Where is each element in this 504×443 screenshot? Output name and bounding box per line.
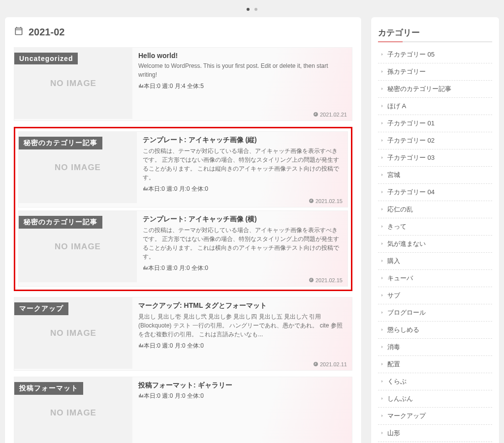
category-badge[interactable]: マークアップ (14, 302, 68, 315)
category-item[interactable]: 気が進まない (378, 236, 492, 253)
category-label: 懲らしめる (387, 326, 419, 333)
category-item[interactable]: ほげ A (378, 98, 492, 115)
post-date-text: 2021.02.11 (320, 361, 347, 367)
post-thumbnail: NO IMAGEUncategorized (14, 48, 132, 119)
category-item[interactable]: 応仁の乱 (378, 201, 492, 218)
category-item[interactable]: サブ (378, 287, 492, 304)
category-item[interactable]: ブログロール (378, 304, 492, 322)
clock-icon (309, 198, 315, 204)
post-title[interactable]: テンプレート: アイキャッチ画像 (横) (143, 215, 342, 224)
dot[interactable] (254, 8, 257, 11)
chart-bar-icon (143, 265, 148, 271)
category-label: 山形 (387, 429, 400, 437)
category-label: 孫カテゴリー (387, 68, 426, 75)
chevron-right-icon (380, 241, 384, 247)
post-date-text: 2021.02.21 (320, 112, 347, 118)
category-item[interactable]: くらぶ (378, 373, 492, 390)
category-label: 子カテゴリー 04 (387, 188, 435, 196)
category-label: キューバ (387, 274, 413, 282)
category-item[interactable]: 消毒 (378, 339, 492, 356)
category-badge[interactable]: 投稿フォーマット (14, 382, 83, 395)
post-title[interactable]: マークアップ: HTML タグとフォーマット (138, 301, 346, 310)
category-label: サブ (387, 292, 400, 299)
chevron-right-icon (380, 293, 384, 298)
post-stats-text: 本日:0 週:0 月:0 全体:0 (148, 265, 208, 271)
post-title[interactable]: 投稿フォーマット: ギャラリー (138, 381, 346, 390)
category-item[interactable]: キューバ (378, 270, 492, 287)
category-label: ブログロール (387, 309, 426, 316)
category-label: 配置 (387, 360, 400, 368)
post-card[interactable]: NO IMAGEUncategorizedHello world!Welcome… (14, 47, 352, 121)
chevron-right-icon (380, 52, 384, 58)
chevron-right-icon (380, 189, 384, 195)
sidebar-title: カテゴリー (378, 27, 492, 42)
category-item[interactable]: 秘密のカテゴリー記事 (378, 81, 492, 98)
chevron-right-icon (380, 413, 384, 419)
post-date: 2021.02.11 (313, 361, 347, 367)
chevron-right-icon (380, 344, 384, 350)
chart-bar-icon (143, 185, 148, 192)
post-card[interactable]: NO IMAGE秘密のカテゴリー記事テンプレート: アイキャッチ画像 (縦)この… (18, 131, 348, 207)
post-stats-text: 本日:0 週:0 月:0 全体:0 (144, 342, 204, 349)
category-badge[interactable]: Uncategorized (14, 53, 78, 64)
category-item[interactable]: 懲らしめる (378, 322, 492, 339)
highlighted-posts: NO IMAGE秘密のカテゴリー記事テンプレート: アイキャッチ画像 (縦)この… (14, 127, 352, 291)
category-item[interactable]: きって (378, 218, 492, 236)
post-stats: 本日:0 週:0 月:0 全体:0 (143, 264, 342, 272)
chevron-right-icon (380, 258, 384, 264)
category-item[interactable]: 子カテゴリー 03 (378, 149, 492, 167)
post-excerpt: 見出し 見出し壱 見出し弐 見出し参 見出し四 見出し五 見出し六 引用 (Bl… (138, 312, 346, 339)
post-stats: 本日:0 週:0 月:0 全体:0 (138, 392, 346, 400)
post-date: 2021.02.15 (309, 277, 343, 283)
sidebar: カテゴリー 子カテゴリー 05孫カテゴリー秘密のカテゴリー記事ほげ A子カテゴリ… (371, 17, 499, 443)
post-thumbnail: NO IMAGE秘密のカテゴリー記事 (19, 211, 137, 282)
category-item[interactable]: しんぶん (378, 390, 492, 408)
category-item[interactable]: 購入 (378, 253, 492, 270)
chevron-right-icon (380, 430, 384, 436)
post-title[interactable]: テンプレート: アイキャッチ画像 (縦) (143, 136, 342, 145)
post-body: テンプレート: アイキャッチ画像 (縦)この投稿は、テーマが対応している場合、ア… (137, 132, 347, 207)
category-badge[interactable]: 秘密のカテゴリー記事 (19, 216, 102, 229)
chevron-right-icon (380, 396, 384, 402)
post-body: マークアップ: HTML タグとフォーマット見出し 見出し壱 見出し弐 見出し参… (132, 297, 352, 370)
chevron-right-icon (380, 172, 384, 178)
post-title[interactable]: Hello world! (138, 52, 346, 59)
category-item[interactable]: 子カテゴリー 01 (378, 115, 492, 132)
dot-active[interactable] (247, 8, 250, 11)
category-item[interactable]: 配置 (378, 356, 492, 373)
archive-title: 2021-02 (14, 26, 352, 38)
chevron-right-icon (380, 207, 384, 212)
category-label: 子カテゴリー 02 (387, 137, 435, 144)
clock-icon (313, 112, 320, 118)
category-list: 子カテゴリー 05孫カテゴリー秘密のカテゴリー記事ほげ A子カテゴリー 01子カ… (378, 46, 492, 443)
post-body: Hello world!Welcome to WordPress. This i… (132, 48, 352, 120)
carousel-dots[interactable] (5, 0, 499, 17)
category-item[interactable]: 子カテゴリー 05 (378, 46, 492, 63)
category-label: しんぶん (387, 395, 413, 402)
category-label: 秘密のカテゴリー記事 (387, 85, 451, 92)
chart-bar-icon (138, 83, 144, 89)
post-stats-text: 本日:0 週:0 月:4 全体:5 (144, 83, 204, 89)
post-date: 2021.02.15 (309, 198, 343, 204)
category-item[interactable]: マークアップ (378, 408, 492, 425)
main-content: 2021-02 NO IMAGEUncategorizedHello world… (5, 17, 361, 443)
post-thumbnail: NO IMAGE投稿フォーマット (14, 377, 132, 443)
post-card[interactable]: NO IMAGEマークアップマークアップ: HTML タグとフォーマット見出し … (14, 297, 352, 371)
post-body: テンプレート: アイキャッチ画像 (横)この投稿は、テーマが対応している場合、ア… (137, 211, 347, 286)
category-item[interactable]: 山形 (378, 425, 492, 442)
category-label: マークアップ (387, 412, 426, 419)
post-stats-text: 本日:0 週:0 月:0 全体:0 (148, 185, 208, 192)
post-card[interactable]: NO IMAGE投稿フォーマット投稿フォーマット: ギャラリー本日:0 週:0 … (14, 377, 352, 443)
category-badge[interactable]: 秘密のカテゴリー記事 (19, 137, 102, 149)
post-card[interactable]: NO IMAGE秘密のカテゴリー記事テンプレート: アイキャッチ画像 (横)この… (18, 210, 348, 287)
category-item[interactable]: 子カテゴリー 04 (378, 184, 492, 201)
chevron-right-icon (380, 275, 384, 281)
chevron-right-icon (380, 138, 384, 144)
post-thumbnail: NO IMAGEマークアップ (14, 297, 132, 369)
category-item[interactable]: 孫カテゴリー (378, 63, 492, 81)
category-item[interactable]: 宮城 (378, 167, 492, 184)
category-item[interactable]: 子カテゴリー 02 (378, 132, 492, 149)
post-stats-text: 本日:0 週:0 月:0 全体:0 (144, 392, 204, 399)
post-stats: 本日:0 週:0 月:0 全体:0 (143, 185, 342, 193)
chevron-right-icon (380, 310, 384, 316)
